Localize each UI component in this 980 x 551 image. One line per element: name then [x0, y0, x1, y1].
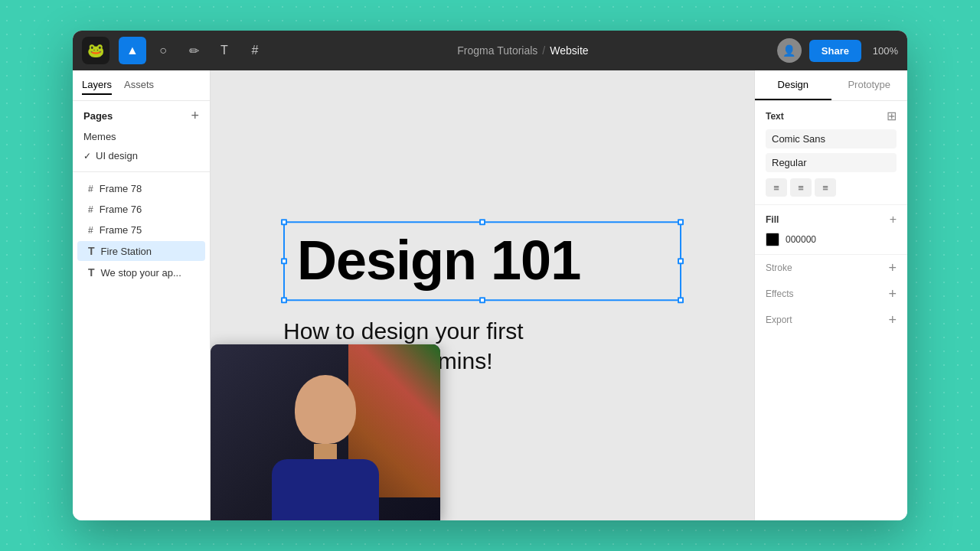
toolbar-right: 👤 Share 100% — [777, 38, 898, 63]
toolbar-center: Frogma Tutorials / Website — [272, 44, 774, 57]
fill-color-swatch[interactable] — [766, 233, 779, 246]
app-window: 🐸 ▲ ○ ✏ T # Frogma Tutorials / Website 👤… — [73, 31, 907, 520]
frame-icon: # — [88, 184, 93, 194]
file-name: Website — [550, 44, 588, 57]
stroke-label: Stroke — [766, 262, 792, 273]
sidebar-right: Design Prototype Text ⊞ Comic Sans Regul… — [754, 70, 907, 520]
fill-section: Fill + 000000 — [755, 205, 907, 255]
align-center-button[interactable]: ≡ — [790, 178, 812, 197]
text-icon: T — [88, 266, 95, 279]
page-memes-label: Memes — [83, 131, 116, 142]
fill-add-button[interactable]: + — [890, 213, 897, 227]
layers-divider — [73, 171, 210, 172]
fill-row: 000000 — [766, 233, 897, 246]
person-silhouette — [249, 352, 402, 520]
main-title-text: Design 101 — [297, 232, 668, 290]
stroke-add-button[interactable]: + — [888, 261, 897, 275]
page-ui-design-label: UI design — [96, 150, 138, 161]
text-section-label: Text — [766, 111, 784, 122]
pages-label: Pages — [83, 110, 113, 122]
layer-fire-station-label: Fire Station — [101, 246, 152, 257]
frame-icon: # — [88, 225, 93, 236]
handle-bottom-left[interactable] — [281, 297, 287, 303]
sidebar-left: Layers Assets Pages + Memes ✓ UI design … — [73, 70, 211, 520]
stroke-section: Stroke + — [755, 255, 907, 281]
layer-fire-station[interactable]: T Fire Station — [77, 241, 205, 261]
person-head — [295, 375, 356, 444]
webcam-overlay — [211, 344, 440, 520]
zoom-level: 100% — [869, 45, 898, 57]
text-section-header: Text ⊞ — [766, 109, 897, 123]
effects-label: Effects — [766, 289, 793, 299]
handle-bottom-right[interactable] — [678, 297, 684, 303]
right-panel-tabs: Design Prototype — [755, 70, 907, 101]
fill-section-label: Fill — [766, 214, 779, 225]
person-body — [272, 459, 379, 520]
main-area: Layers Assets Pages + Memes ✓ UI design … — [73, 70, 907, 520]
layer-frame-75[interactable]: # Frame 75 — [77, 220, 205, 240]
app-logo: 🐸 — [82, 37, 109, 64]
text-icon: T — [88, 245, 95, 257]
person-neck — [314, 444, 337, 459]
layer-frame-75-label: Frame 75 — [100, 224, 142, 236]
effects-add-button[interactable]: + — [888, 287, 897, 301]
handle-top-mid[interactable] — [479, 219, 485, 225]
frame-tool[interactable]: # — [241, 37, 269, 64]
active-page-check: ✓ — [83, 151, 91, 161]
align-right-button[interactable]: ≡ — [815, 178, 836, 197]
layer-frame-78-label: Frame 78 — [100, 183, 142, 194]
layer-frame-76[interactable]: # Frame 76 — [77, 200, 205, 219]
tab-assets[interactable]: Assets — [124, 76, 154, 95]
webcam-feed — [211, 344, 440, 520]
effects-section: Effects + — [755, 281, 907, 307]
layer-frame-76-label: Frame 76 — [100, 204, 142, 215]
ellipse-tool[interactable]: ○ — [149, 37, 177, 64]
pages-header: Pages + — [73, 101, 210, 127]
fill-color-value: 000000 — [786, 234, 816, 245]
page-item-memes[interactable]: Memes — [73, 127, 210, 146]
tab-layers[interactable]: Layers — [82, 76, 112, 95]
handle-top-right[interactable] — [678, 219, 684, 225]
fill-section-header: Fill + — [766, 213, 897, 227]
project-name: Frogma Tutorials — [457, 44, 537, 57]
export-label: Export — [766, 315, 792, 325]
handle-top-left[interactable] — [281, 219, 287, 225]
share-button[interactable]: Share — [809, 40, 861, 62]
layer-we-stop[interactable]: T We stop your ap... — [77, 262, 205, 282]
toolbar: 🐸 ▲ ○ ✏ T # Frogma Tutorials / Website 👤… — [73, 31, 907, 70]
subtitle-line1: How to design your first — [283, 316, 681, 346]
handle-mid-right[interactable] — [678, 258, 684, 264]
handle-mid-left[interactable] — [281, 258, 287, 264]
add-page-button[interactable]: + — [191, 109, 199, 122]
select-tool[interactable]: ▲ — [119, 37, 146, 64]
selected-text-element[interactable]: Design 101 — [283, 221, 681, 301]
canvas-area[interactable]: Design 101 How to design your first in l… — [211, 70, 754, 520]
tab-prototype[interactable]: Prototype — [831, 70, 908, 100]
font-name-selector[interactable]: Comic Sans — [766, 129, 897, 148]
pen-tool[interactable]: ✏ — [180, 37, 207, 64]
export-add-button[interactable]: + — [888, 313, 897, 327]
handle-bottom-mid[interactable] — [479, 297, 485, 303]
layer-we-stop-label: We stop your ap... — [101, 267, 181, 279]
sidebar-tabs: Layers Assets — [73, 70, 210, 101]
text-grid-icon[interactable]: ⊞ — [887, 109, 897, 123]
text-section: Text ⊞ Comic Sans Regular ≡ ≡ ≡ — [755, 101, 907, 205]
align-left-button[interactable]: ≡ — [766, 178, 787, 197]
tab-design[interactable]: Design — [755, 70, 831, 100]
font-style-selector[interactable]: Regular — [766, 153, 897, 172]
text-tool[interactable]: T — [211, 37, 238, 64]
layer-frame-78[interactable]: # Frame 78 — [77, 179, 205, 198]
text-align-row: ≡ ≡ ≡ — [766, 178, 897, 197]
page-item-ui-design[interactable]: ✓ UI design — [73, 146, 210, 165]
avatar: 👤 — [777, 38, 802, 63]
frame-icon: # — [88, 204, 93, 215]
export-section: Export + — [755, 307, 907, 333]
